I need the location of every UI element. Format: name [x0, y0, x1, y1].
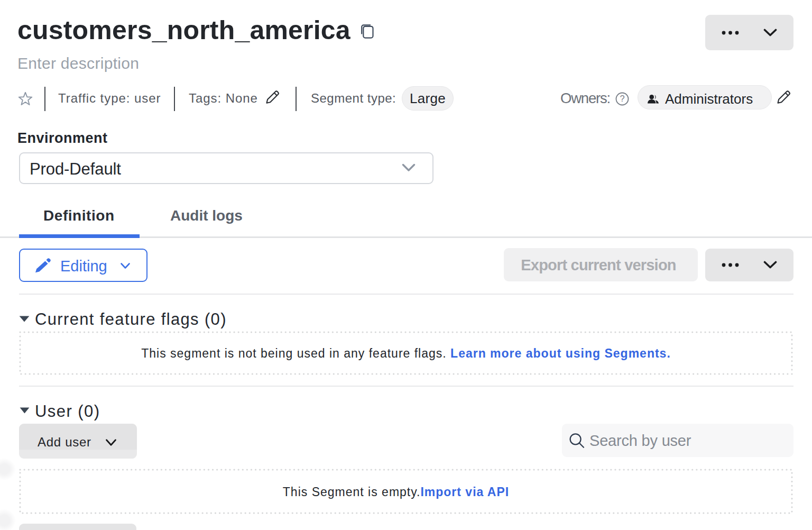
svg-text:?: ?: [620, 94, 624, 103]
